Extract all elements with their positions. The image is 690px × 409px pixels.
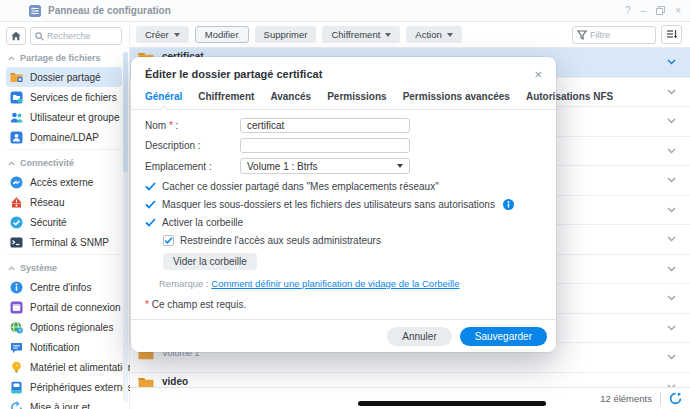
restore-icon[interactable] [656,6,665,15]
folder-icon [138,377,154,388]
sidebar-item-external-devices[interactable]: Périphériques externes [6,377,122,397]
external-access-icon [10,176,23,189]
sidebar-item-notification[interactable]: Notification [6,337,122,357]
sidebar-scrollbar[interactable] [123,52,128,402]
sidebar-item-user-group[interactable]: Utilisateur et groupe [6,107,122,127]
tab-nfs-permissions[interactable]: Autorisations NFS [526,88,613,109]
titlebar: Panneau de configuration ? – × [0,0,690,22]
home-button[interactable] [6,27,26,45]
description-label: Description : [145,140,240,151]
cancel-button[interactable]: Annuler [387,327,451,346]
section-header[interactable]: Connectivité [8,158,120,168]
screen-edge-indicator [358,401,546,406]
filter-box[interactable] [572,26,656,44]
search-input[interactable] [47,31,117,41]
caret-down-icon [385,33,391,37]
control-panel-window: Panneau de configuration ? – × [0,0,690,409]
dialog-title: Éditer le dossier partagé certificat [145,68,322,80]
sidebar-section-system: Système Centre d'infos Portail de connex… [6,254,122,409]
external-devices-icon [10,381,23,394]
name-label: Nom * : [145,120,240,131]
chevron-down-icon[interactable] [667,89,676,95]
checkbox-admin-only[interactable]: Restreindre l'accès aux seuls administra… [163,235,542,246]
caret-down-icon [397,164,403,168]
tab-advanced[interactable]: Avancés [270,88,311,109]
dialog-footer: Annuler Sauvegarder [131,319,556,352]
sidebar-item-file-services[interactable]: Services de fichiers [6,87,122,107]
recycle-schedule-link[interactable]: Comment définir une planification de vid… [211,278,459,289]
info-icon[interactable] [503,199,514,210]
chevron-down-icon[interactable] [667,266,676,272]
help-icon[interactable]: ? [625,6,631,16]
sidebar-item-terminal-snmp[interactable]: Terminal & SNMP [6,232,122,252]
chevron-down-icon[interactable] [667,177,676,183]
sidebar-item-domain-ldap[interactable]: Domaine/LDAP [6,127,122,147]
description-field[interactable] [240,138,410,153]
sidebar-item-security[interactable]: Sécurité [6,212,122,232]
checkmark-icon [145,182,156,191]
list-row-video[interactable]: video Volume 1 [130,373,690,388]
sidebar-item-network[interactable]: Réseau [6,192,122,212]
minimize-icon[interactable]: – [641,6,647,16]
create-button[interactable]: Créer [136,26,189,43]
section-header[interactable]: Partage de fichiers [8,53,120,63]
divider [660,392,661,405]
empty-trash-button[interactable]: Vider la corbeille [163,253,257,270]
checkmark-icon [145,200,156,209]
chevron-down-icon[interactable] [667,59,676,65]
refresh-icon[interactable] [669,392,682,405]
edit-shared-folder-dialog: Éditer le dossier partagé certificat × G… [131,57,556,352]
chevron-down-icon[interactable] [667,236,676,242]
chevron-down-icon[interactable] [667,354,676,360]
sidebar-item-regional-options[interactable]: Options régionales [6,317,122,337]
close-icon[interactable]: × [534,69,542,80]
search-icon [35,32,44,41]
sidebar-item-login-portal[interactable]: Portail de connexion [6,297,122,317]
chevron-down-icon[interactable] [667,148,676,154]
chevron-down-icon[interactable] [667,325,676,331]
checkmark-icon [145,218,156,227]
login-portal-icon [10,301,23,314]
checkbox-hide-subfolders[interactable]: Masquer les sous-dossiers et les fichier… [145,199,542,210]
sidebar-search[interactable] [30,27,122,45]
filter-funnel-icon [577,30,587,40]
chevron-down-icon[interactable] [667,207,676,213]
modify-button[interactable]: Modifier [195,26,249,43]
chevron-down-icon[interactable] [667,295,676,301]
home-icon [11,31,21,41]
required-star: * [145,299,149,310]
save-button[interactable]: Sauvegarder [460,327,547,346]
filter-input[interactable] [590,30,648,40]
hardware-power-icon [10,361,23,374]
tab-general[interactable]: Général [145,88,182,109]
sidebar-item-external-access[interactable]: Accès externe [6,172,122,192]
sidebar-item-update-restore[interactable]: Mise à jour et [6,397,122,409]
chevron-up-icon [8,161,15,166]
chevron-up-icon [8,56,15,61]
note: Remarque : Comment définir une planifica… [159,278,542,289]
delete-button[interactable]: Supprimer [255,26,317,43]
sort-button[interactable] [661,25,682,44]
name-field[interactable] [240,118,410,133]
tab-advanced-permissions[interactable]: Permissions avancées [403,88,510,109]
close-window-icon[interactable]: × [675,6,681,16]
chevron-down-icon[interactable] [667,118,676,124]
encryption-button[interactable]: Chiffrement [322,26,400,43]
checkbox-enable-recycle[interactable]: Activer la corbeille [145,217,542,228]
checkbox-hide-share[interactable]: Cacher ce dossier partagé dans "Mes empl… [145,181,542,192]
tab-permissions[interactable]: Permissions [327,88,386,109]
action-button[interactable]: Action [406,26,461,43]
sidebar-item-info-center[interactable]: Centre d'infos [6,277,122,297]
terminal-icon [10,236,23,249]
sidebar-item-hardware-power[interactable]: Matériel et alimentation [6,357,122,377]
toolbar: Créer Modifier Supprimer Chiffrement Act… [130,22,690,47]
file-services-icon [10,91,23,104]
info-center-icon [10,281,23,294]
sidebar-item-shared-folder[interactable]: Dossier partagé [6,67,122,87]
section-header[interactable]: Système [8,263,120,273]
location-select[interactable]: Volume 1 : Btrfs [240,158,410,174]
shared-folder-icon [10,71,23,84]
required-note: * Ce champ est requis. [145,299,542,310]
domain-ldap-icon [10,131,23,144]
tab-encryption[interactable]: Chiffrement [198,88,254,109]
